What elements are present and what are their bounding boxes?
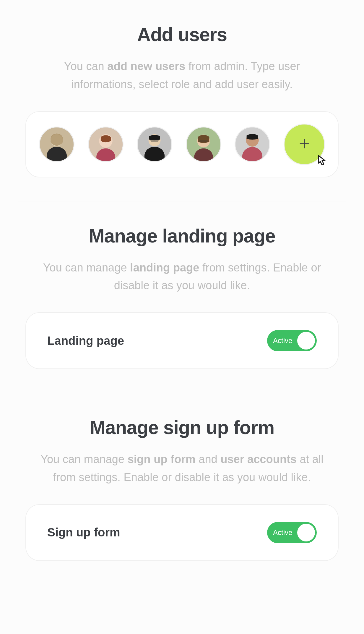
avatar[interactable] — [235, 127, 270, 162]
sign-up-section: Manage sign up form You can manage sign … — [18, 393, 346, 585]
toggle-status-text: Active — [273, 528, 292, 537]
add-users-section: Add users You can add new users from adm… — [18, 24, 346, 201]
users-card — [25, 111, 339, 177]
sign-up-description: You can manage sign up form and user acc… — [40, 450, 324, 486]
toggle-status-text: Active — [273, 337, 292, 345]
plus-icon — [298, 138, 310, 151]
avatar[interactable] — [137, 127, 172, 162]
sign-up-card: Sign up form Active — [25, 504, 339, 561]
landing-page-toggle[interactable]: Active — [267, 330, 317, 351]
add-users-description: You can add new users from admin. Type u… — [40, 57, 324, 93]
add-user-wrapper — [284, 124, 325, 165]
sign-up-toggle-label: Sign up form — [47, 526, 120, 539]
sign-up-title: Manage sign up form — [18, 417, 346, 439]
svg-rect-9 — [151, 140, 159, 142]
landing-page-card: Landing page Active — [25, 312, 339, 369]
sign-up-toggle[interactable]: Active — [267, 522, 317, 543]
landing-page-toggle-label: Landing page — [47, 334, 124, 347]
avatar[interactable] — [186, 127, 221, 162]
avatar[interactable] — [39, 127, 74, 162]
landing-page-title: Manage landing page — [18, 225, 346, 247]
toggle-knob — [297, 524, 315, 541]
add-users-title: Add users — [18, 24, 346, 46]
toggle-knob — [297, 332, 315, 350]
landing-page-description: You can manage landing page from setting… — [40, 259, 324, 295]
avatar[interactable] — [88, 127, 124, 162]
cursor-pointer-icon — [313, 152, 329, 167]
svg-rect-13 — [199, 140, 207, 142]
landing-page-section: Manage landing page You can manage landi… — [18, 201, 346, 393]
